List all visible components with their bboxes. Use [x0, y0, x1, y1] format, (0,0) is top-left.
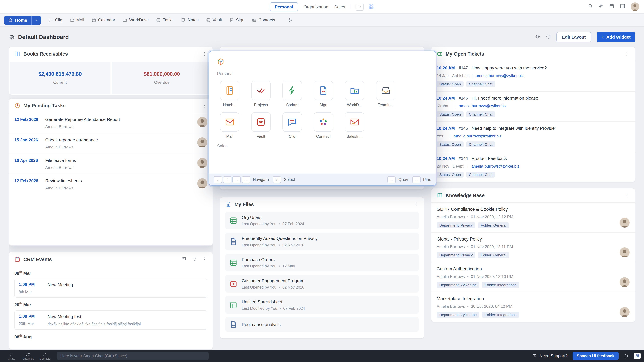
nav-item-cliq[interactable]: Cliq — [48, 18, 62, 22]
nav-item-calendar[interactable]: Calendar — [92, 18, 115, 22]
event-row[interactable]: 1:00 PM 20th Mar New Meeting test dsxfjk… — [14, 310, 208, 330]
kb-article-row[interactable]: Custom Authentication Amelia Burrows01 N… — [431, 262, 635, 292]
kebab-menu-icon[interactable] — [413, 202, 418, 207]
zoom-icon[interactable] — [588, 3, 593, 10]
contacts-label: Contacts — [40, 357, 50, 360]
kb-article-row[interactable]: Marketplace Integration Amelia Burrows30… — [431, 292, 635, 322]
app-tile-label: Sign — [320, 103, 327, 107]
file-opened: Last Opened by You — [242, 222, 276, 226]
app-tile-notebook[interactable]: Noteb... — [217, 81, 242, 107]
file-row[interactable]: Org Users Last Opened by You07 Feb 2024 — [226, 212, 418, 229]
nav-item-tasks[interactable]: Tasks — [156, 18, 174, 22]
edit-layout-button[interactable]: Edit Layout — [556, 32, 592, 42]
app-tile-projects[interactable]: Projects — [248, 81, 274, 107]
key-arrow-down: ↓ — [214, 176, 222, 183]
overdue-label: Overdue — [154, 80, 170, 85]
app-tile-vault[interactable]: Vault — [248, 112, 274, 138]
announcement-icon[interactable] — [624, 353, 629, 359]
tab-sales[interactable]: Sales — [334, 2, 346, 11]
settings-gear-icon[interactable] — [535, 34, 540, 40]
ticket-row[interactable]: 10:26 AM #147 How Happy were you with th… — [431, 61, 635, 91]
avatar — [620, 218, 630, 228]
app-tile-connect[interactable]: Connect — [310, 112, 336, 138]
qnav-search-input[interactable] — [228, 59, 428, 65]
spaces-ui-feedback-button[interactable]: Spaces UI feedback — [573, 352, 618, 360]
chats-button[interactable]: Chats — [3, 352, 20, 360]
app-tile-sign[interactable]: Sign — [310, 81, 336, 107]
need-support-button[interactable]: Need Support? — [532, 354, 568, 358]
file-row[interactable]: Frequently Asked Questions on Privacy La… — [226, 233, 418, 250]
apps-tray-icon[interactable] — [634, 353, 641, 359]
task-assignee: Amelia Burrows — [45, 165, 194, 170]
kebab-menu-icon[interactable] — [202, 103, 208, 108]
file-opened: Last Opened by You — [242, 264, 276, 268]
app-tile-teaminbox[interactable]: TeamIn... — [373, 81, 398, 107]
flash-icon[interactable] — [598, 3, 604, 10]
ticket-email[interactable]: amelia.burrows@zylker.biz — [464, 164, 520, 169]
kb-article-row[interactable]: GDPR Compliance & Cookie Policy Amelia B… — [431, 202, 635, 232]
file-row[interactable]: Customer Engagement Program Last Opened … — [226, 275, 418, 293]
task-row[interactable]: 10 Apr 2026 File leave forms Amelia Burr… — [9, 153, 213, 174]
kebab-menu-icon[interactable] — [624, 51, 630, 57]
task-row[interactable]: 12 Feb 2026 Generate Reportee Attendance… — [9, 113, 213, 133]
home-chevron-down-icon[interactable] — [31, 15, 41, 25]
nav-item-notes[interactable]: Notes — [181, 18, 198, 22]
task-row[interactable]: 15 Jan 2026 Check reportee attendance Am… — [9, 133, 213, 153]
apps-grid-icon[interactable] — [368, 4, 374, 10]
ticket-email[interactable]: amelia.burrows@zylker.biz — [446, 134, 502, 138]
ticket-date: 14 Jan — [436, 73, 448, 78]
ticket-email[interactable]: amelia.burrows@zylker.biz — [468, 73, 524, 78]
file-row[interactable]: Untitled Spreadsheet Last Modified by Yo… — [226, 296, 418, 314]
nav-item-mail[interactable]: Mail — [70, 18, 84, 22]
app-tile-workdrive[interactable]: WorkD... — [342, 81, 367, 107]
kebab-menu-icon[interactable] — [202, 51, 208, 57]
sort-icon[interactable] — [182, 256, 187, 263]
folder-badge: Folder: General — [478, 252, 509, 258]
stat-current[interactable]: $2,400,615,476.80 Current — [10, 62, 110, 94]
channels-button[interactable]: Channels — [20, 352, 36, 360]
ticket-row[interactable]: 10:24 AM #145 Need help to integrate wit… — [431, 121, 635, 151]
home-split-button[interactable]: Home — [4, 15, 41, 25]
ticket-email[interactable]: amelia.burrows@zylker.biz — [452, 104, 507, 108]
user-avatar[interactable] — [630, 2, 639, 11]
widget-my-open-tickets: My Open Tickets 10:26 AM #147 How Happy … — [431, 46, 635, 182]
app-tile-mail[interactable]: Mail — [217, 112, 242, 138]
ticket-row[interactable]: 10:24 AM #144 Product Feedback 29 Nov De… — [431, 151, 635, 182]
task-row[interactable]: 12 Feb 2026 Review timesheets Amelia Bur… — [9, 174, 213, 194]
kebab-menu-icon[interactable] — [202, 257, 208, 262]
panels-icon[interactable] — [620, 3, 625, 10]
calendar-icon[interactable] — [609, 3, 614, 10]
top-bar: Personal Organization Sales — [0, 0, 644, 14]
nav-item-vault[interactable]: Vault — [206, 18, 222, 22]
add-widget-button[interactable]: + Add Widget — [597, 32, 635, 42]
tab-organization[interactable]: Organization — [303, 2, 329, 11]
app-tile-salesinbox[interactable]: SalesIn... — [342, 112, 367, 138]
smart-chat-input[interactable] — [57, 352, 209, 360]
kebab-menu-icon[interactable] — [624, 193, 630, 198]
nav-item-home[interactable]: Home — [4, 15, 31, 25]
filter-icon[interactable] — [192, 256, 198, 263]
nav-item-workdrive[interactable]: WorkDrive — [122, 18, 149, 22]
nav-item-sign[interactable]: Sign — [229, 18, 244, 22]
channel-badge: Channel: Chat — [466, 172, 495, 178]
nav-item-contacts[interactable]: Contacts — [252, 18, 275, 22]
avatar — [620, 277, 630, 287]
app-tile-sprints[interactable]: Sprints — [280, 81, 305, 107]
file-row[interactable]: Root cause analysis — [226, 317, 418, 332]
stat-overdue[interactable]: $81,000,000.00 Overdue — [112, 62, 212, 94]
nav-customize-icon[interactable] — [288, 17, 293, 23]
ticket-row[interactable]: 10:24 AM #146 Hi. I need more informatio… — [431, 91, 635, 121]
refresh-icon[interactable] — [546, 34, 551, 40]
article-author: Amelia Burrows — [436, 304, 465, 309]
app-tile-cliq[interactable]: Cliq — [280, 112, 305, 138]
tab-personal[interactable]: Personal — [270, 2, 298, 11]
event-row[interactable]: 1:00 PM 8th Mar New Meeting — [14, 279, 208, 298]
article-title: Custom Authentication — [436, 267, 630, 272]
tabs-chevron-down-icon[interactable] — [356, 3, 364, 11]
contacts-button[interactable]: Contacts — [37, 352, 53, 360]
widget-title: CRM Events — [24, 257, 52, 262]
knowledge-base-icon — [436, 192, 442, 198]
file-row[interactable]: Purchase Orders Last Opened by You12 May — [226, 254, 418, 272]
kb-article-row[interactable]: Global - Privacy Policy Amelia Burrows01… — [431, 232, 635, 262]
ticket-title: Hi. I need more information please. — [472, 95, 540, 100]
